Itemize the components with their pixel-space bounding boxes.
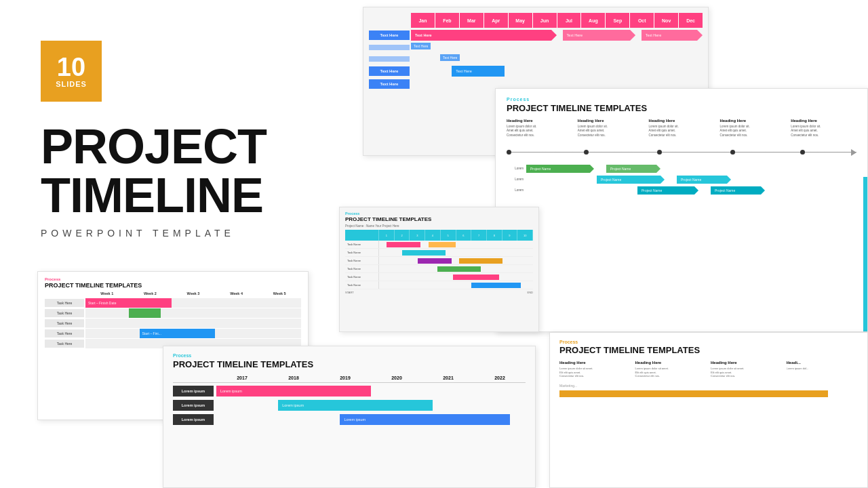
s6-col-3: Heading Here Lorem ipsum dolor sit amet.… (711, 361, 783, 378)
s1-bar-4: Text Here (452, 66, 504, 77)
s1-row-1: Text Here Text Here Text Here Text Here (369, 30, 703, 41)
s5-task-row-3: Task Name (345, 257, 533, 265)
s2-timeline (507, 146, 856, 159)
s3-task-row-2: Task Here (45, 308, 301, 318)
s1-label-3 (369, 56, 410, 62)
s4-years-header: 2017 2018 2019 2020 2021 2022 (173, 373, 526, 383)
s2-title: PROJECT TIMELINE TEMPLATES (496, 103, 867, 119)
s5-footer: START END (340, 289, 538, 296)
s3-weeks-header: Week 1 Week 2 Week 3 Week 4 Week 5 (85, 291, 301, 298)
s6-col-1: Heading Here Lorem ipsum dolor sit amet.… (559, 361, 631, 378)
s1-month-header: Jan Feb Mar Apr May Jun Jul Aug Sep Oct … (411, 13, 703, 28)
slide-preview-4[interactable]: Process PROJECT TIMELINE TEMPLATES 2017 … (163, 346, 536, 488)
s5-gantt-grid: 1 2 3 4 5 6 7 8 9 10 Task Name Task Name (345, 230, 533, 289)
s2-dot-2 (584, 150, 589, 155)
s5-end-label: END (528, 291, 533, 294)
slide-preview-5[interactable]: Process PROJECT TIMELINE TEMPLATES Proje… (339, 207, 539, 332)
s1-row-3: Text Here (369, 54, 703, 64)
s5-title: PROJECT TIMELINE TEMPLATES (340, 216, 538, 224)
s4-row-2: Lorem ipsum Lorem ipsum (173, 400, 526, 411)
s1-month-jun: Jun (533, 13, 557, 28)
slide-preview-6[interactable]: Process PROJECT TIMELINE TEMPLATES Headi… (549, 332, 868, 488)
s4-row-3: Lorem ipsum Lorem ipsum (173, 414, 526, 425)
s5-process-label: Process (340, 207, 538, 216)
s2-dot-1 (507, 150, 511, 155)
s5-task-row-4: Task Name (345, 265, 533, 273)
s2-bars-area: Lorem Project Name Project Name Lorem Pr… (496, 165, 867, 195)
s4-title: PROJECT TIMELINE TEMPLATES (163, 359, 535, 373)
s2-bar-row-1: Lorem Project Name Project Name (507, 165, 856, 173)
s2-dot-5 (800, 150, 805, 155)
s6-col-4: Headi... Lorem ipsum dol... (787, 361, 859, 378)
s1-bar-1a: Text Here (411, 30, 557, 41)
s3-title: PROJECT TIMELINE TEMPLATES (38, 282, 308, 291)
s2-col-1: Heading Here Lorem ipsum dolor sit.Amet … (507, 119, 572, 138)
s3-process-label: Process (38, 272, 308, 282)
s2-col-5: Heading Here Lorem ipsum dolor sit.Amet … (791, 119, 856, 138)
s1-month-dec: Dec (679, 13, 703, 28)
s1-bar-1c: Text Here (642, 30, 703, 41)
s6-process-label: Process (550, 333, 867, 345)
s2-bar-row-3: Lorem Project Name Project Name (507, 186, 856, 195)
s2-dot-3 (657, 150, 662, 155)
s1-label-4: Text Here (369, 66, 410, 76)
s5-task-row-6: Task Name (345, 281, 533, 289)
main-title: PROJECT TIMELINE (41, 122, 305, 220)
s2-green-bar-2: Project Name (606, 165, 660, 173)
s2-arrow (851, 149, 856, 156)
s4-process-label: Process (163, 346, 535, 359)
s1-small-2: Text Here (440, 54, 460, 61)
s1-month-apr: Apr (484, 13, 509, 28)
s2-bar-row-2: Lorem Project Name Project Name (507, 176, 856, 184)
s2-cyan-bar-2: Project Name (677, 176, 731, 184)
s5-header-row: 1 2 3 4 5 6 7 8 9 10 (345, 230, 533, 241)
s1-month-sep: Sep (606, 13, 630, 28)
s1-month-feb: Feb (435, 13, 460, 28)
subtitle: POWERPOINT TEMPLATE (41, 228, 305, 239)
s1-small-1: Text Here (411, 43, 431, 49)
s1-month-jan: Jan (411, 13, 435, 28)
s3-task-row-3: Task Here (45, 319, 301, 328)
s1-month-nov: Nov (654, 13, 679, 28)
slide-preview-2[interactable]: Process PROJECT TIMELINE TEMPLATES Headi… (495, 88, 868, 332)
s5-task-row-1: Task Name (345, 241, 533, 249)
badge: 10 SLIDES (41, 41, 102, 102)
s2-right-strip (863, 177, 867, 332)
s2-green-bar-1: Project Name (526, 165, 594, 173)
s6-columns: Heading Here Lorem ipsum dolor sit amet.… (550, 361, 867, 378)
s3-task-row-1: Task Here Start – Finish Date (45, 298, 301, 308)
s2-col-4: Heading Here Lorem ipsum dolor sit.Amet … (719, 119, 785, 138)
badge-text: SLIDES (56, 80, 87, 88)
s4-bar-rows: Lorem ipsum Lorem ipsum Lorem ipsum Lore… (163, 386, 535, 425)
s4-row-1: Lorem ipsum Lorem ipsum (173, 386, 526, 396)
s5-task-row-5: Task Name (345, 273, 533, 281)
s2-cyan-bar-1: Project Name (597, 176, 665, 184)
title-line1: PROJECT (41, 122, 305, 171)
s2-columns: Heading Here Lorem ipsum dolor sit.Amet … (496, 119, 867, 138)
s6-title: PROJECT TIMELINE TEMPLATES (550, 345, 867, 361)
s1-bar-1b: Text Here (563, 30, 636, 41)
s5-start-label: START (345, 291, 354, 294)
s1-row-4: Text Here Text Here (369, 66, 703, 77)
s1-row-2: Text Here (369, 43, 703, 52)
s6-timeline-bar-container (559, 389, 858, 399)
s1-label-5: Text Here (369, 79, 410, 89)
s2-dot-4 (730, 150, 735, 155)
s1-month-aug: Aug (581, 13, 606, 28)
s1-label-1: Text Here (369, 30, 410, 40)
s5-task-row-2: Task Name (345, 249, 533, 257)
s6-col-2: Heading Here Lorem ipsum dolor sit amet.… (635, 361, 707, 378)
s6-bar-area: Marketing... (550, 378, 867, 401)
s1-label-2 (369, 45, 410, 50)
s1-month-oct: Oct (630, 13, 654, 28)
s3-task-row-4: Task Here Start – Fini... (45, 329, 301, 338)
badge-number: 10 (57, 54, 85, 80)
s1-month-mar: Mar (460, 13, 484, 28)
s2-process-label: Process (496, 89, 867, 103)
s6-orange-bar (559, 390, 828, 397)
s5-subtitle: Project Name : Name Your Project Here (340, 224, 538, 230)
title-line2: TIMELINE (41, 171, 305, 220)
s2-teal-bar-1: Project Name (637, 186, 698, 195)
s1-month-may: May (509, 13, 533, 28)
s2-teal-bar-2: Project Name (711, 186, 765, 195)
